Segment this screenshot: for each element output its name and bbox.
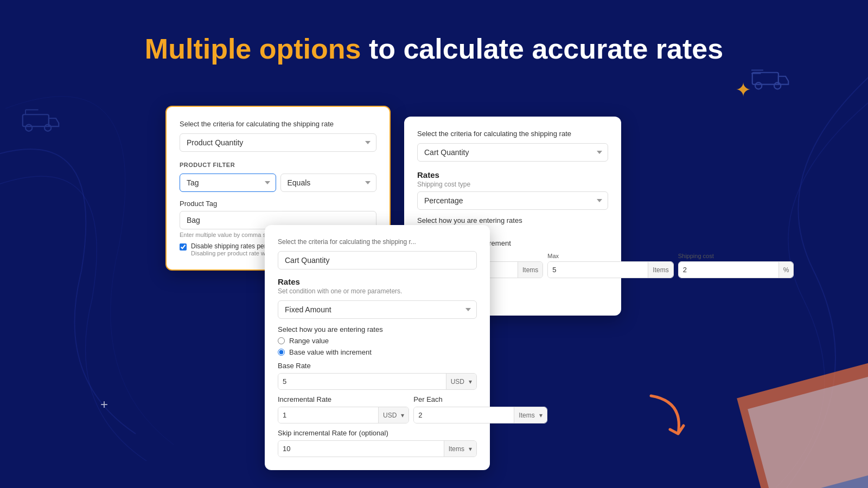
card1-criteria-select[interactable]: Product Quantity [180, 133, 376, 152]
card3-skip-arrow: ▾ [469, 441, 476, 457]
card3-rates-sub: Set condition with one or more parameter… [278, 287, 477, 295]
card2-max-input-group: Items [547, 261, 673, 278]
card3-radio2-label: Base value with increment [289, 348, 372, 356]
card3-base-rate-section: Base Rate USD ▾ [278, 362, 477, 390]
card3-radio1-row: Range value [278, 337, 477, 345]
card2-max-suffix: Items [648, 262, 673, 278]
card3-skip-section: Skip incremental Rate for (optional) Ite… [278, 429, 477, 457]
card3-incremental-col: Incremental Rate USD ▾ [278, 395, 409, 423]
card2-select-how-label: Select how you are entering rates [417, 216, 608, 224]
card2-rates-title: Rates [417, 170, 608, 179]
card3-per-each-col: Per Each Items ▾ [413, 395, 547, 423]
card2-max-label: Max [547, 253, 673, 259]
card3-base-rate-select: ▾ [469, 374, 476, 389]
card3-criteria-display: Cart Quantity [278, 251, 477, 269]
card3-base-rate-label: Base Rate [278, 362, 477, 370]
card2-top-label: Select the criteria for calculating the … [417, 130, 608, 138]
card3-incremental-arrow: ▾ [401, 407, 409, 423]
card2-cost-suffix: % [778, 262, 794, 278]
card3-how-section: Select how you are entering rates Range … [278, 325, 477, 356]
card3-skip-suffix: Items [444, 441, 469, 457]
card1-product-tag-label: Product Tag [180, 200, 376, 208]
card3-rates-title: Rates [278, 277, 477, 286]
card2-cost-type-select[interactable]: Percentage [417, 191, 608, 210]
card3-per-each-input[interactable] [414, 407, 514, 423]
card1-top-label: Select the criteria for calculating the … [180, 120, 376, 128]
card3-radio1-label: Range value [289, 337, 329, 345]
card3-incremental-row: Incremental Rate USD ▾ Per Each Items ▾ [278, 395, 477, 423]
svg-rect-9 [752, 73, 778, 85]
card3-radio-base[interactable] [278, 349, 285, 356]
card3-skip-input[interactable] [278, 441, 444, 457]
card2-cost-col: Shipping cost % [678, 253, 794, 278]
page-header: Multiple options to calculate accurate r… [0, 0, 868, 65]
card3-cost-type-select[interactable]: Fixed Amount [278, 300, 477, 319]
card1-filter-field[interactable]: Tag [180, 174, 276, 192]
card2-max-input[interactable] [548, 262, 648, 278]
card2-criteria-select[interactable]: Cart Quantity [417, 143, 608, 162]
card3-skip-group: Items ▾ [278, 440, 477, 457]
card3-radio-range[interactable] [278, 337, 285, 344]
card1-disable-checkbox[interactable] [180, 243, 187, 251]
card3-base-rate-suffix: USD [446, 374, 469, 389]
card2-min-suffix: Items [518, 262, 542, 278]
card3-per-each-suffix: Items [514, 407, 539, 423]
card2-cost-type-label: Shipping cost type [417, 181, 608, 188]
card2-cost-input-group: % [678, 261, 794, 278]
card3-rates-section: Rates Set condition with one or more par… [278, 277, 477, 319]
card3-per-each-group: Items ▾ [413, 407, 547, 423]
card3-criteria-value: Cart Quantity [285, 256, 470, 265]
card3-per-each-label: Per Each [413, 395, 547, 403]
card3-select-how-label: Select how you are entering rates [278, 325, 477, 333]
card2-max-col: Max Items [547, 253, 673, 278]
card1-filter-row: Tag Equals [180, 174, 376, 192]
card3-base-rate-group: USD ▾ [278, 373, 477, 390]
card3-incremental-suffix: USD [378, 407, 401, 423]
card3-skip-label: Skip incremental Rate for (optional) [278, 429, 477, 437]
card-fixed-amount: Select the criteria for calculating the … [265, 225, 490, 470]
cards-container: Select the criteria for calculating the … [0, 87, 868, 488]
card3-radio2-row: Base value with increment [278, 348, 477, 356]
card2-cost-label: Shipping cost [678, 253, 794, 259]
card2-cost-input[interactable] [679, 262, 778, 278]
card1-section-label: PRODUCT FILTER [180, 162, 376, 168]
card3-base-rate-input[interactable] [278, 374, 446, 389]
card1-filter-condition[interactable]: Equals [280, 174, 377, 192]
card3-per-each-arrow: ▾ [539, 407, 547, 423]
card3-incremental-label: Incremental Rate [278, 395, 409, 403]
card3-top-label: Select the criteria for calculating the … [278, 238, 477, 246]
card3-incremental-group: USD ▾ [278, 407, 409, 423]
card3-incremental-input[interactable] [278, 407, 378, 423]
page-title: Multiple options to calculate accurate r… [0, 33, 868, 65]
